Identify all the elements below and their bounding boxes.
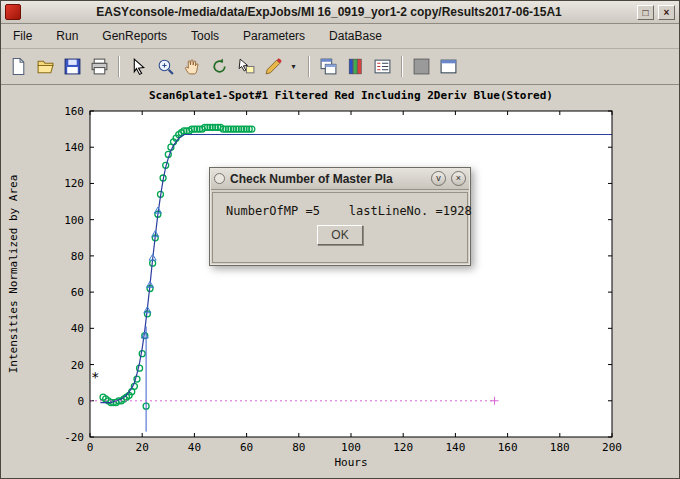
menu-file[interactable]: File (11, 27, 34, 45)
dialog-title: Check Number of Master Pla (230, 172, 426, 186)
y-axis-label: Intensities Normalized by Area (7, 175, 20, 374)
brush-dropdown-icon[interactable]: ▾ (288, 54, 302, 79)
x-tick-label: 120 (393, 441, 413, 454)
pan-icon[interactable] (180, 54, 205, 79)
legend-icon[interactable] (370, 54, 395, 79)
x-tick-label: 80 (292, 441, 305, 454)
chart-title: Scan6plate1-Spot#1 Filtered Red Includin… (149, 89, 553, 102)
zoom-in-icon[interactable] (153, 54, 178, 79)
toolbar-separator (118, 56, 120, 77)
colorbar-icon[interactable] (343, 54, 368, 79)
y-tick-label: 60 (71, 286, 84, 299)
brush-icon[interactable] (261, 54, 286, 79)
cursor-icon[interactable] (126, 54, 151, 79)
open-icon[interactable] (33, 54, 58, 79)
dialog-icon (214, 173, 225, 184)
x-axis-label: Hours (334, 456, 367, 469)
dialog-body: NumberOfMP =5 lastLineNo. =1928 OK (212, 192, 468, 263)
y-tick-label: 0 (77, 395, 84, 408)
close-button[interactable]: × (658, 5, 675, 20)
x-tick-label: 40 (188, 441, 201, 454)
toolbar-separator (308, 56, 310, 77)
window-layout-icon[interactable] (436, 54, 461, 79)
x-tick-label: 0 (87, 441, 94, 454)
new-icon[interactable] (6, 54, 31, 79)
data-cursor-icon[interactable] (234, 54, 259, 79)
x-tick-label: 200 (602, 441, 622, 454)
y-tick-label: 140 (64, 141, 84, 154)
window-titlebar[interactable]: EASYconsole-/media/data/ExpJobs/MI 16_09… (1, 1, 679, 24)
toolbar-separator (401, 56, 403, 77)
y-tick-label: 80 (71, 250, 84, 263)
x-tick-label: 20 (136, 441, 149, 454)
menu-parameters[interactable]: Parameters (241, 27, 307, 45)
x-tick-label: 140 (445, 441, 465, 454)
app-window: EASYconsole-/media/data/ExpJobs/MI 16_09… (0, 0, 680, 479)
y-tick-label: 160 (64, 105, 84, 118)
y-tick-label: 40 (71, 322, 84, 335)
app-icon[interactable] (5, 4, 21, 20)
x-tick-label: 160 (498, 441, 518, 454)
dialog-message: NumberOfMP =5 lastLineNo. =1928 (213, 193, 467, 218)
x-tick-label: 180 (550, 441, 570, 454)
toolbar: ▾ (1, 49, 679, 85)
menu-genreports[interactable]: GenReports (100, 27, 169, 45)
series-outlier-star: * (91, 369, 99, 385)
y-tick-label: 20 (71, 359, 84, 372)
figure-canvas[interactable]: 020406080100120140160180200-200204060801… (1, 85, 679, 478)
dialog-check-number: Check Number of Master Pla v × NumberOfM… (209, 167, 471, 266)
y-tick-label: -20 (64, 431, 84, 444)
maximize-button[interactable]: □ (637, 5, 654, 20)
menubar: File Run GenReports Tools Parameters Dat… (1, 24, 679, 49)
copy-figure-icon[interactable] (316, 54, 341, 79)
menu-database[interactable]: DataBase (327, 27, 384, 45)
save-icon[interactable] (60, 54, 85, 79)
dialog-close-button[interactable]: × (451, 171, 466, 186)
x-tick-label: 100 (341, 441, 361, 454)
menu-run[interactable]: Run (54, 27, 80, 45)
y-tick-label: 100 (64, 214, 84, 227)
dialog-ok-button[interactable]: OK (317, 225, 363, 245)
window-title: EASYconsole-/media/data/ExpJobs/MI 16_09… (25, 5, 633, 19)
dialog-collapse-button[interactable]: v (431, 171, 446, 186)
y-tick-label: 120 (64, 177, 84, 190)
dialog-titlebar[interactable]: Check Number of Master Pla v × (210, 168, 470, 190)
figure-area: 020406080100120140160180200-200204060801… (1, 85, 679, 478)
menu-tools[interactable]: Tools (189, 27, 221, 45)
x-tick-label: 60 (240, 441, 253, 454)
print-icon[interactable] (87, 54, 112, 79)
swatch-icon[interactable] (409, 54, 434, 79)
rotate-icon[interactable] (207, 54, 232, 79)
svg-text:*: * (91, 369, 99, 385)
